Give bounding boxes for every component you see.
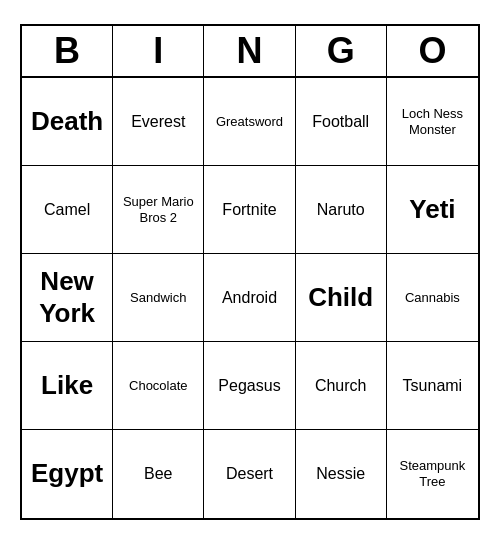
bingo-cell: Android bbox=[204, 254, 295, 342]
cell-text: Yeti bbox=[409, 194, 455, 225]
cell-text: Egypt bbox=[31, 458, 103, 489]
bingo-cell: Cannabis bbox=[387, 254, 478, 342]
bingo-header: BINGO bbox=[22, 26, 478, 78]
cell-text: Pegasus bbox=[218, 376, 280, 395]
cell-text: Chocolate bbox=[129, 378, 188, 394]
cell-text: Bee bbox=[144, 464, 172, 483]
header-letter: I bbox=[113, 26, 204, 76]
bingo-cell: Bee bbox=[113, 430, 204, 518]
bingo-cell: Super Mario Bros 2 bbox=[113, 166, 204, 254]
bingo-cell: Everest bbox=[113, 78, 204, 166]
bingo-cell: Camel bbox=[22, 166, 113, 254]
bingo-cell: Loch Ness Monster bbox=[387, 78, 478, 166]
bingo-grid: DeathEverestGreatswordFootballLoch Ness … bbox=[22, 78, 478, 518]
cell-text: Android bbox=[222, 288, 277, 307]
cell-text: Naruto bbox=[317, 200, 365, 219]
bingo-card: BINGO DeathEverestGreatswordFootballLoch… bbox=[20, 24, 480, 520]
cell-text: Everest bbox=[131, 112, 185, 131]
bingo-cell: Football bbox=[296, 78, 387, 166]
bingo-cell: Yeti bbox=[387, 166, 478, 254]
bingo-cell: Like bbox=[22, 342, 113, 430]
cell-text: Tsunami bbox=[403, 376, 463, 395]
bingo-cell: Greatsword bbox=[204, 78, 295, 166]
bingo-cell: Chocolate bbox=[113, 342, 204, 430]
header-letter: N bbox=[204, 26, 295, 76]
cell-text: Death bbox=[31, 106, 103, 137]
bingo-cell: Sandwich bbox=[113, 254, 204, 342]
header-letter: O bbox=[387, 26, 478, 76]
bingo-cell: Tsunami bbox=[387, 342, 478, 430]
cell-text: Like bbox=[41, 370, 93, 401]
cell-text: Sandwich bbox=[130, 290, 186, 306]
bingo-cell: Steampunk Tree bbox=[387, 430, 478, 518]
header-letter: B bbox=[22, 26, 113, 76]
bingo-cell: Death bbox=[22, 78, 113, 166]
cell-text: Church bbox=[315, 376, 367, 395]
bingo-cell: Egypt bbox=[22, 430, 113, 518]
cell-text: Greatsword bbox=[216, 114, 283, 130]
cell-text: Loch Ness Monster bbox=[391, 106, 474, 137]
cell-text: Child bbox=[308, 282, 373, 313]
cell-text: Football bbox=[312, 112, 369, 131]
bingo-cell: Nessie bbox=[296, 430, 387, 518]
bingo-cell: New York bbox=[22, 254, 113, 342]
cell-text: Camel bbox=[44, 200, 90, 219]
cell-text: Super Mario Bros 2 bbox=[117, 194, 199, 225]
cell-text: Steampunk Tree bbox=[391, 458, 474, 489]
bingo-cell: Desert bbox=[204, 430, 295, 518]
header-letter: G bbox=[296, 26, 387, 76]
bingo-cell: Fortnite bbox=[204, 166, 295, 254]
cell-text: Fortnite bbox=[222, 200, 276, 219]
cell-text: Nessie bbox=[316, 464, 365, 483]
bingo-cell: Church bbox=[296, 342, 387, 430]
bingo-cell: Naruto bbox=[296, 166, 387, 254]
bingo-cell: Pegasus bbox=[204, 342, 295, 430]
cell-text: Cannabis bbox=[405, 290, 460, 306]
cell-text: New York bbox=[26, 266, 108, 328]
bingo-cell: Child bbox=[296, 254, 387, 342]
cell-text: Desert bbox=[226, 464, 273, 483]
